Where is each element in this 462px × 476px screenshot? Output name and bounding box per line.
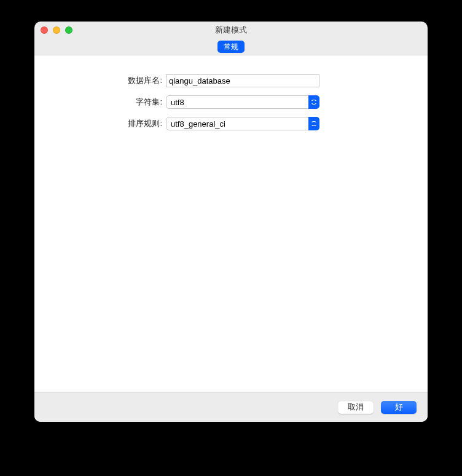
minimize-icon[interactable] xyxy=(53,26,60,34)
collation-label: 排序规则: xyxy=(34,118,166,129)
collation-select-wrap xyxy=(166,117,319,130)
traffic-lights xyxy=(41,26,72,34)
charset-select[interactable] xyxy=(166,95,319,109)
footer: 取消 好 xyxy=(34,392,428,422)
row-collation: 排序规则: xyxy=(34,117,428,130)
row-db-name: 数据库名: xyxy=(34,74,428,87)
db-name-label: 数据库名: xyxy=(34,75,166,86)
cancel-button[interactable]: 取消 xyxy=(338,401,374,414)
ok-button[interactable]: 好 xyxy=(381,401,417,414)
charset-label: 字符集: xyxy=(34,97,166,108)
charset-select-wrap xyxy=(166,95,319,109)
collation-select[interactable] xyxy=(166,117,319,130)
window-title: 新建模式 xyxy=(41,25,421,36)
zoom-icon[interactable] xyxy=(65,26,72,34)
content-area: 数据库名: 字符集: 排序规则: xyxy=(34,55,428,392)
dialog-window: 新建模式 常规 数据库名: 字符集: 排序规则: xyxy=(34,22,428,422)
close-icon[interactable] xyxy=(41,26,48,34)
db-name-input[interactable] xyxy=(166,74,319,87)
row-charset: 字符集: xyxy=(34,95,428,109)
tab-general[interactable]: 常规 xyxy=(217,41,245,53)
toolbar: 常规 xyxy=(34,38,428,55)
titlebar: 新建模式 xyxy=(34,22,428,38)
